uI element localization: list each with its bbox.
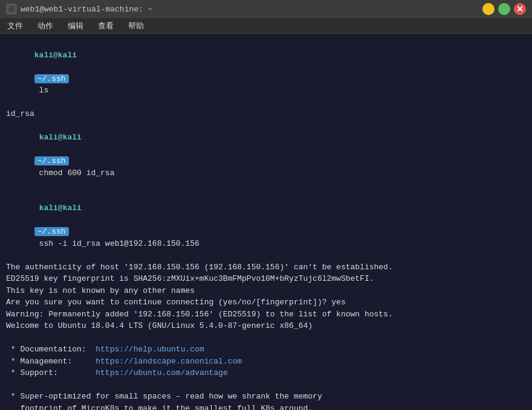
terminal-line: Warning: Permanently added '192.168.150.… bbox=[6, 309, 526, 321]
terminal-line: kali@kali ~/.ssh ssh -i id_rsa web1@192.… bbox=[6, 191, 526, 261]
menu-view[interactable]: 查看 bbox=[96, 19, 116, 33]
terminal-line: * Documentation: https://help.ubuntu.com bbox=[6, 344, 526, 356]
terminal-blank bbox=[6, 332, 526, 344]
maximize-button[interactable] bbox=[498, 3, 510, 15]
terminal-line: Welcome to Ubuntu 18.04.4 LTS (GNU/Linux… bbox=[6, 320, 526, 332]
terminal-line: kali@kali ~/.ssh ls bbox=[6, 37, 526, 108]
terminal-body[interactable]: kali@kali ~/.ssh ls id_rsa kali@kali ~/.… bbox=[0, 34, 532, 410]
terminal-line: * Support: https://ubuntu.com/advantage bbox=[6, 367, 526, 379]
terminal-line: id_rsa bbox=[6, 108, 526, 120]
terminal-line: The authenticity of host '192.168.150.15… bbox=[6, 261, 526, 274]
terminal-window: ⬛ web1@web1-virtual-machine: ~ – ✕ 文件 动作… bbox=[0, 0, 532, 410]
terminal-line: kali@kali ~/.ssh chmod 600 id_rsa bbox=[6, 120, 526, 191]
menu-file[interactable]: 文件 bbox=[5, 19, 25, 33]
terminal-line: * Management: https://landscape.canonica… bbox=[6, 356, 526, 368]
titlebar-left: ⬛ web1@web1-virtual-machine: ~ bbox=[6, 4, 152, 14]
menu-edit[interactable]: 编辑 bbox=[65, 19, 86, 33]
titlebar-title: web1@web1-virtual-machine: ~ bbox=[21, 5, 152, 14]
terminal-line: Are you sure you want to continue connec… bbox=[6, 296, 526, 309]
menubar: 文件 动作 编辑 查看 帮助 bbox=[0, 18, 532, 34]
minimize-button[interactable]: – bbox=[482, 3, 495, 15]
terminal-blank bbox=[6, 379, 526, 391]
terminal-line: ED25519 key fingerprint is SHA256:zMXUix… bbox=[6, 273, 526, 285]
titlebar-buttons: – ✕ bbox=[482, 3, 526, 15]
titlebar: ⬛ web1@web1-virtual-machine: ~ – ✕ bbox=[0, 0, 532, 18]
close-button[interactable]: ✕ bbox=[514, 3, 526, 15]
terminal-line: footprint of MicroK8s to make it the sma… bbox=[6, 403, 526, 411]
terminal-line: * Super-optimized for small spaces – rea… bbox=[6, 391, 526, 403]
menu-actions[interactable]: 动作 bbox=[35, 19, 56, 33]
menu-help[interactable]: 帮助 bbox=[126, 19, 146, 33]
window-icon: ⬛ bbox=[6, 4, 17, 14]
terminal-line: This key is not known by any other names bbox=[6, 285, 526, 297]
